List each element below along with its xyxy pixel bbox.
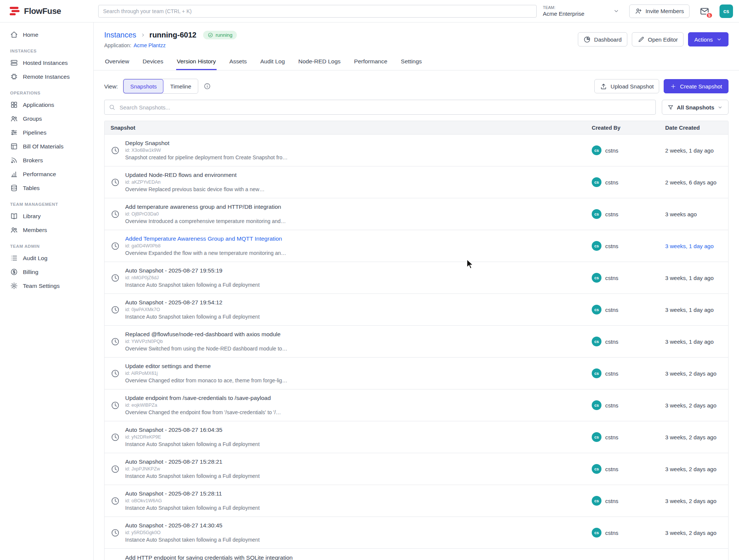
sidebar-item-hosted-instances[interactable]: Hosted Instances	[0, 56, 93, 70]
snapshot-description: Overview Introduced a comprehensive temp…	[125, 218, 286, 225]
funnel-icon	[667, 104, 674, 111]
dashboard-button[interactable]: Dashboard	[578, 32, 627, 46]
table-row[interactable]: Update endpoint from /save-credentials t…	[105, 389, 728, 421]
snapshot-title[interactable]: Auto Snapshot - 2025-08-27 16:04:35	[125, 427, 260, 433]
avatar: cs	[592, 368, 601, 378]
table-row[interactable]: Auto Snapshot - 2025-08-27 14:30:45id: y…	[105, 517, 728, 549]
table-row[interactable]: Deploy Snapshotid: X3o6Bw1k9WSnapshot cr…	[105, 135, 728, 166]
table-row[interactable]: Updated Node-RED flows and environmentid…	[105, 166, 728, 198]
view-snapshots-button[interactable]: Snapshots	[123, 79, 163, 93]
snapshot-title[interactable]: Deploy Snapshot	[125, 140, 287, 147]
tab-performance[interactable]: Performance	[353, 56, 388, 70]
breadcrumb-instances-link[interactable]: Instances	[104, 31, 136, 39]
breadcrumb: Instances running-6012 running	[104, 31, 237, 39]
table-row[interactable]: Replaced @flowfuse/node-red-dashboard wi…	[105, 326, 728, 358]
sidebar-item-applications[interactable]: Applications	[0, 98, 93, 112]
table-row[interactable]: Update editor settings and themeid: AlRP…	[105, 358, 728, 389]
avatar: cs	[592, 145, 601, 155]
team-name: Acme Enterprise	[543, 10, 584, 17]
table-row[interactable]: Auto Snapshot - 2025-08-27 15:28:11id: o…	[105, 485, 728, 517]
snapshot-title[interactable]: Auto Snapshot - 2025-08-27 19:54:12	[125, 299, 260, 306]
server-icon	[10, 59, 18, 67]
snapshot-title[interactable]: Auto Snapshot - 2025-08-27 14:30:45	[125, 522, 260, 529]
tab-audit-log[interactable]: Audit Log	[260, 56, 286, 70]
table-row[interactable]: Add temperature awareness group and HTTP…	[105, 198, 728, 230]
tab-settings[interactable]: Settings	[400, 56, 423, 70]
view-timeline-button[interactable]: Timeline	[163, 79, 198, 93]
audit-icon	[10, 254, 18, 262]
global-search-input[interactable]	[98, 5, 537, 18]
sidebar-item-home[interactable]: Home	[0, 28, 93, 42]
create-snapshot-label: Create Snapshot	[680, 83, 722, 90]
table-row[interactable]: Auto Snapshot - 2025-08-27 19:55:19id: n…	[105, 262, 728, 294]
snapshot-search	[104, 100, 656, 115]
sidebar-item-pipelines[interactable]: Pipelines	[0, 126, 93, 139]
open-editor-button-label: Open Editor	[648, 36, 678, 43]
sidebar-item-billing[interactable]: Billing	[0, 265, 93, 279]
sidebar-item-bill-of-materials[interactable]: Bill Of Materials	[0, 139, 93, 153]
sidebar-item-performance[interactable]: Performance	[0, 167, 93, 181]
plus-icon	[670, 83, 676, 90]
invite-members-button[interactable]: Invite Members	[629, 4, 690, 18]
date-created: 3 weeks, 2 days ago	[665, 530, 728, 536]
chevron-down-icon	[716, 36, 722, 42]
snapshot-title[interactable]: Add HTTP endpoint for saving credentials…	[125, 554, 293, 560]
application-link[interactable]: Acme Plantzz	[133, 42, 166, 48]
snapshot-title[interactable]: Auto Snapshot - 2025-08-27 15:28:11	[125, 490, 260, 497]
table-header: Snapshot Created By Date Created	[105, 121, 728, 135]
table-row[interactable]: Auto Snapshot - 2025-08-27 19:54:12id: 0…	[105, 294, 728, 326]
clock-icon	[111, 369, 120, 378]
column-header-date-created: Date Created	[665, 124, 728, 131]
sidebar-item-audit-log[interactable]: Audit Log	[0, 251, 93, 265]
sidebar-item-remote-instances[interactable]: Remote Instances	[0, 70, 93, 84]
team-selector[interactable]: TEAM: Acme Enterprise	[543, 5, 619, 17]
tab-version-history[interactable]: Version History	[176, 56, 217, 70]
notifications-button[interactable]: 5	[699, 6, 710, 16]
sidebar-item-members[interactable]: Members	[0, 223, 93, 237]
tab-overview[interactable]: Overview	[104, 56, 130, 70]
sidebar-item-groups[interactable]: Groups	[0, 112, 93, 126]
snapshot-title[interactable]: Update endpoint from /save-credentials t…	[125, 395, 281, 401]
date-created: 3 weeks, 1 day ago	[665, 275, 728, 281]
sidebar-item-team-settings[interactable]: Team Settings	[0, 279, 93, 293]
table-row[interactable]: Added Temperature Awareness Group and MQ…	[105, 230, 728, 262]
clock-icon	[111, 305, 120, 314]
tab-assets[interactable]: Assets	[229, 56, 248, 70]
tab-node-red-logs[interactable]: Node-RED Logs	[298, 56, 341, 70]
sidebar-item-label: Performance	[23, 171, 56, 178]
snapshot-title[interactable]: Replaced @flowfuse/node-red-dashboard wi…	[125, 331, 287, 338]
snapshot-filter-dropdown[interactable]: All Snapshots	[662, 100, 729, 115]
sidebar-item-tables[interactable]: Tables	[0, 181, 93, 195]
snapshot-search-input[interactable]	[104, 100, 656, 115]
check-circle-icon	[208, 32, 213, 38]
clock-icon	[111, 433, 120, 442]
snapshot-title[interactable]: Added Temperature Awareness Group and MQ…	[125, 235, 286, 242]
user-avatar[interactable]: cs	[720, 4, 733, 18]
snapshot-title[interactable]: Updated Node-RED flows and environment	[125, 172, 265, 178]
snapshot-description: Overview Expanded the flow with a new te…	[125, 250, 286, 256]
sidebar-item-library[interactable]: Library	[0, 209, 93, 223]
snapshot-description: Instance Auto Snapshot taken following a…	[125, 473, 260, 479]
sidebar-item-brokers[interactable]: Brokers	[0, 153, 93, 167]
avatar: cs	[592, 496, 601, 506]
snapshot-description: Instance Auto Snapshot taken following a…	[125, 505, 260, 511]
flowfuse-logo[interactable]: FlowFuse	[0, 6, 94, 16]
tab-devices[interactable]: Devices	[142, 56, 164, 70]
create-snapshot-button[interactable]: Create Snapshot	[664, 79, 729, 93]
table-row[interactable]: Auto Snapshot - 2025-08-27 15:28:21id: J…	[105, 453, 728, 485]
date-created: 2 weeks, 1 day ago	[665, 147, 728, 154]
snapshot-title[interactable]: Update editor settings and theme	[125, 363, 287, 370]
snapshot-id: id: ga0D4W0Pb8	[125, 243, 286, 249]
snapshot-id: id: JxpPJNKPZw	[125, 466, 260, 472]
snapshot-title[interactable]: Auto Snapshot - 2025-08-27 15:28:21	[125, 458, 260, 465]
global-search	[98, 5, 537, 18]
snapshot-title[interactable]: Add temperature awareness group and HTTP…	[125, 204, 286, 210]
info-icon[interactable]	[203, 82, 211, 90]
actions-button[interactable]: Actions	[688, 32, 729, 46]
table-row[interactable]: Add HTTP endpoint for saving credentials…	[105, 549, 728, 560]
upload-snapshot-button[interactable]: Upload Snapshot	[594, 79, 659, 93]
sidebar-item-label: Applications	[23, 102, 54, 108]
table-row[interactable]: Auto Snapshot - 2025-08-27 16:04:35id: y…	[105, 421, 728, 453]
snapshot-title[interactable]: Auto Snapshot - 2025-08-27 19:55:19	[125, 267, 260, 274]
open-editor-button[interactable]: Open Editor	[632, 32, 684, 46]
